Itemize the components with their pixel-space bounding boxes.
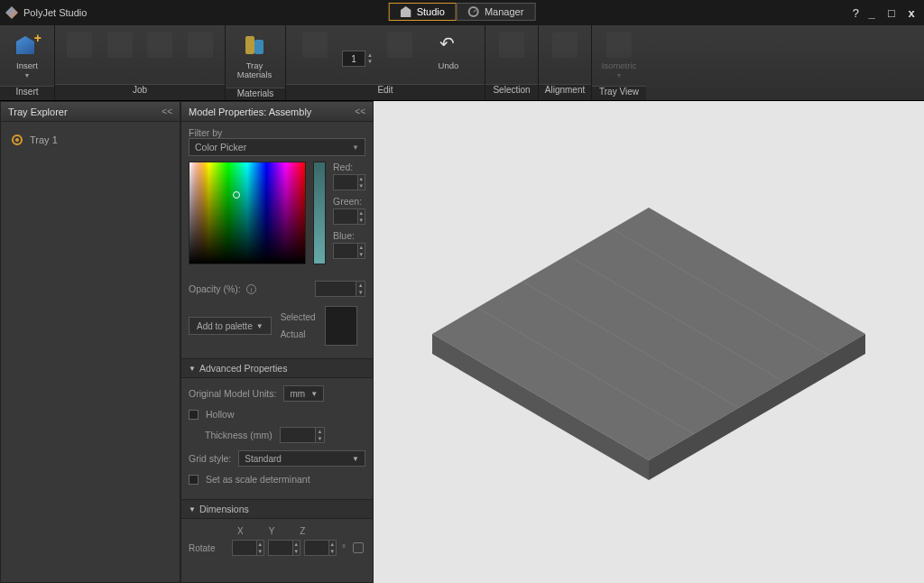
original-units-select[interactable]: mm ▼ [283,385,324,402]
job-button-4 [183,29,218,74]
edit-button-2 [378,29,421,74]
red-input[interactable] [333,174,358,190]
grid-style-select[interactable]: Standard ▼ [238,450,365,467]
generic-icon [499,32,524,58]
scale-determinant-checkbox[interactable] [189,475,199,485]
green-input[interactable] [333,208,358,225]
green-spinner[interactable]: ▲▼ [358,208,365,225]
advanced-properties-header[interactable]: ▼ Advanced Properties [181,358,373,378]
quantity-spinner[interactable]: ▲▼ [367,52,373,65]
chevron-down-icon: ▼ [24,72,31,79]
rotate-z-input[interactable] [304,540,329,556]
undo-button[interactable]: Undo [427,29,470,74]
ribbon-group-edit-label: Edit [286,84,485,100]
help-button[interactable]: ? [853,6,859,20]
red-label: Red: [333,162,365,172]
quantity-control: ▲▼ [342,29,373,67]
rotate-y-input[interactable] [268,540,293,556]
axis-y-label: Y [269,526,275,536]
original-units-value: mm [290,389,305,399]
opacity-spinner[interactable]: ▲▼ [356,281,365,297]
tray-explorer-header: Tray Explorer << [1,102,180,122]
isometric-label: Isometric [602,61,637,70]
app-logo-icon [5,6,18,19]
color-hue-slider[interactable] [313,162,326,264]
quantity-input[interactable] [342,51,365,67]
color-saturation-picker[interactable] [189,162,306,264]
model-properties-title: Model Properties: Assembly [189,106,311,117]
mode-manager-button[interactable]: Manager [457,3,535,21]
color-picker-handle[interactable] [233,191,240,199]
axis-x-label: X [237,526,244,536]
model-properties-header: Model Properties: Assembly << [181,102,373,122]
opacity-input[interactable] [315,281,356,297]
grid-style-label: Grid style: [189,453,231,464]
job-button-1 [62,29,97,74]
info-icon[interactable]: i [246,284,256,294]
blue-input[interactable] [333,243,358,259]
mode-studio-button[interactable]: Studio [389,3,457,21]
chevron-down-icon: ▼ [189,365,196,373]
undo-label: Undo [439,61,459,70]
color-swatch [325,306,357,346]
insert-icon [14,32,40,58]
chevron-down-icon: ▼ [310,390,318,398]
tray-materials-label: Tray Materials [235,61,274,80]
add-to-palette-button[interactable]: Add to palette ▼ [189,317,272,335]
viewport-3d[interactable] [374,101,924,583]
rotate-x-input[interactable] [232,540,257,556]
selection-button [493,29,531,74]
tray-item[interactable]: Tray 1 [8,127,172,153]
ribbon-group-trayview-label: Tray View [592,86,646,100]
hollow-checkbox[interactable] [189,410,199,420]
rotate-label: Rotate [189,543,228,553]
build-tray[interactable] [423,199,874,505]
rotate-x-spinner[interactable]: ▲▼ [257,540,264,556]
red-spinner[interactable]: ▲▼ [358,174,365,190]
minimize-button[interactable]: _ [864,6,879,20]
filter-by-select[interactable]: Color Picker ▼ [189,138,365,156]
mode-studio-label: Studio [417,6,445,17]
insert-label: Insert [16,61,38,70]
chevron-down-icon: ▼ [256,322,263,330]
rotate-z-spinner[interactable]: ▲▼ [329,540,337,556]
filter-by-label: Filter by [189,127,365,138]
grid-style-value: Standard [245,454,282,464]
dimensions-label: Dimensions [199,504,249,514]
ribbon-group-insert-label: Insert [0,86,54,100]
tray-explorer-panel: Tray Explorer << Tray 1 [0,101,180,583]
window-controls: ? _ □ x [853,6,919,20]
mode-manager-label: Manager [485,6,523,17]
thickness-input[interactable] [280,427,317,443]
ribbon-group-materials-label: Materials [226,88,285,100]
job-button-2 [103,29,138,74]
green-label: Green: [333,196,365,207]
insert-button[interactable]: Insert ▼ [7,29,47,82]
lock-icon[interactable] [353,542,364,553]
tray-materials-button[interactable]: Tray Materials [233,29,276,84]
chevron-down-icon: ▼ [352,455,359,463]
chevron-down-icon: ▼ [352,143,359,152]
blue-label: Blue: [333,230,365,241]
blue-spinner[interactable]: ▲▼ [358,243,365,259]
rotate-y-spinner[interactable]: ▲▼ [293,540,300,556]
hollow-label: Hollow [206,409,235,420]
studio-icon [401,6,411,17]
ribbon: Insert ▼ Insert Job Tray Materials Mater… [0,25,924,101]
dimensions-header[interactable]: ▼ Dimensions [181,499,373,519]
close-button[interactable]: x [904,6,919,20]
tray-materials-icon [242,32,267,58]
generic-icon [552,32,578,58]
edit-button-1 [293,29,337,74]
generic-icon [302,32,328,58]
isometric-icon [606,32,632,58]
tray-item-label: Tray 1 [30,134,58,145]
generic-icon [107,32,133,58]
mode-switcher: Studio Manager [389,3,536,21]
undo-icon [436,32,461,58]
svg-marker-0 [432,208,865,460]
collapse-button[interactable]: << [162,106,172,116]
maximize-button[interactable]: □ [884,6,899,20]
collapse-button[interactable]: << [355,106,365,116]
thickness-spinner[interactable]: ▲▼ [316,427,324,443]
